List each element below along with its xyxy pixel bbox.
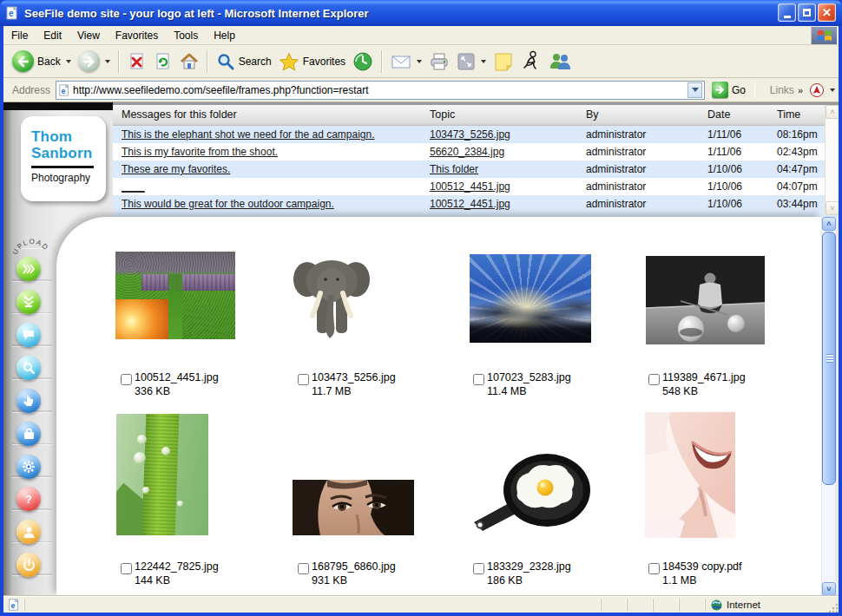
menu-edit[interactable]: Edit bbox=[36, 26, 69, 45]
home-button[interactable] bbox=[176, 50, 202, 73]
file-checkbox[interactable] bbox=[648, 563, 660, 574]
refresh-button[interactable] bbox=[150, 50, 176, 73]
thumbnail-moss-wall[interactable] bbox=[115, 252, 235, 339]
file-checkbox[interactable] bbox=[121, 563, 132, 574]
notes-button[interactable] bbox=[490, 49, 517, 74]
message-link[interactable]: This would be great for the outdoor camp… bbox=[122, 198, 334, 210]
favorites-button[interactable]: Favorites bbox=[275, 50, 349, 73]
title-bar[interactable]: e SeeFile demo site - your logo at left … bbox=[0, 0, 842, 26]
menu-help[interactable]: Help bbox=[206, 26, 243, 45]
address-input[interactable] bbox=[70, 84, 687, 96]
menu-favorites[interactable]: Favorites bbox=[108, 26, 166, 45]
main-area: Thom Sanborn Photography UPLOAD bbox=[3, 102, 839, 596]
logo-rule bbox=[31, 166, 94, 168]
gear-icon bbox=[22, 460, 36, 474]
thumbnail-eyes[interactable] bbox=[293, 480, 414, 535]
logout-button[interactable] bbox=[16, 553, 41, 577]
file-size: 336 KB bbox=[135, 384, 219, 398]
table-row: This is the elephant shot we need for th… bbox=[113, 126, 839, 143]
close-button[interactable]: ✕ bbox=[818, 3, 836, 22]
content-scrollbar[interactable]: ˄ ˅ bbox=[821, 217, 835, 596]
menu-view[interactable]: View bbox=[69, 26, 108, 45]
mail-button[interactable] bbox=[387, 51, 425, 72]
print-button[interactable] bbox=[425, 50, 453, 73]
menu-file[interactable]: File bbox=[3, 26, 36, 45]
forward-dropdown-icon[interactable] bbox=[105, 60, 110, 63]
pointer-button[interactable] bbox=[16, 389, 41, 413]
back-dropdown-icon[interactable] bbox=[66, 60, 71, 63]
table-header: Messages for this folder Topic By Date T… bbox=[113, 105, 839, 126]
message-link[interactable]: ____ bbox=[122, 180, 145, 193]
back-button[interactable]: Back bbox=[9, 49, 75, 74]
table-scrollbar[interactable]: ˄ ˅ bbox=[825, 105, 839, 215]
search-button[interactable]: Search bbox=[213, 50, 275, 73]
table-row: ____ 100512_4451.jpg administrator 1/10/… bbox=[113, 178, 839, 195]
message-time: 02:43pm bbox=[777, 146, 818, 158]
topic-link[interactable]: 103473_5256.jpg bbox=[430, 128, 510, 141]
upload-button[interactable] bbox=[16, 257, 41, 281]
go-button[interactable]: Go bbox=[712, 82, 746, 98]
resize-grip[interactable] bbox=[825, 597, 839, 613]
file-checkbox[interactable] bbox=[121, 374, 132, 385]
file-size: 186 KB bbox=[487, 573, 571, 587]
links-chevron-icon[interactable]: » bbox=[798, 85, 802, 95]
file-checkbox[interactable] bbox=[648, 374, 660, 385]
message-link[interactable]: These are my favorites. bbox=[122, 163, 230, 175]
fullscreen-button[interactable] bbox=[453, 50, 490, 73]
bag-button[interactable] bbox=[16, 422, 41, 446]
fullscreen-dropdown-icon[interactable] bbox=[481, 60, 486, 63]
file-checkbox[interactable] bbox=[298, 563, 309, 574]
minimize-button[interactable] bbox=[778, 3, 796, 22]
table-row: This is my favorite from the shoot. 5662… bbox=[113, 143, 839, 161]
stop-icon bbox=[128, 52, 147, 71]
message-author: administrator bbox=[586, 163, 646, 175]
scroll-down-icon[interactable]: ˅ bbox=[822, 582, 836, 596]
file-size: 11.4 MB bbox=[487, 384, 571, 398]
file-checkbox[interactable] bbox=[473, 374, 484, 385]
search-circle-button[interactable] bbox=[16, 356, 41, 380]
thumbnail-pool-table[interactable] bbox=[646, 256, 765, 344]
message-link[interactable]: This is the elephant shot we need for th… bbox=[122, 128, 375, 141]
logo-line2: Sanborn bbox=[31, 145, 106, 161]
acrobat-button[interactable] bbox=[809, 82, 835, 98]
mail-dropdown-icon[interactable] bbox=[417, 60, 422, 63]
message-time: 04:07pm bbox=[777, 180, 818, 193]
comment-button[interactable] bbox=[16, 323, 41, 347]
pointer-icon bbox=[23, 395, 35, 408]
help-button[interactable]: ? bbox=[16, 487, 41, 511]
account-button[interactable] bbox=[16, 520, 41, 544]
thumbnail-smile-portrait[interactable] bbox=[645, 412, 735, 538]
thumb-art bbox=[646, 256, 765, 344]
thumb-art bbox=[141, 274, 235, 291]
topic-link[interactable]: 100512_4451.jpg bbox=[430, 180, 510, 193]
download-button[interactable] bbox=[16, 290, 41, 314]
thumbnail-green-stem[interactable] bbox=[116, 414, 208, 535]
message-link[interactable]: This is my favorite from the shoot. bbox=[122, 146, 278, 158]
links-label[interactable]: Links bbox=[770, 84, 794, 96]
table-scroll-down-icon[interactable]: ˅ bbox=[826, 201, 839, 215]
history-button[interactable] bbox=[349, 49, 377, 74]
file-checkbox[interactable] bbox=[298, 374, 309, 385]
topic-link[interactable]: 100512_4451.jpg bbox=[430, 198, 510, 210]
topic-link[interactable]: This folder bbox=[430, 163, 478, 175]
table-rows: This is the elephant shot we need for th… bbox=[113, 126, 839, 213]
thumbnail-sunset-sky[interactable] bbox=[470, 254, 591, 343]
maximize-button[interactable] bbox=[798, 3, 816, 22]
status-cell bbox=[653, 599, 679, 612]
table-scroll-up-icon[interactable]: ˄ bbox=[826, 105, 839, 119]
menu-tools[interactable]: Tools bbox=[166, 26, 206, 45]
upload-arc-label: UPLOAD bbox=[13, 233, 51, 257]
stop-button[interactable] bbox=[124, 50, 150, 73]
scroll-up-icon[interactable]: ˄ bbox=[822, 217, 836, 231]
thumbnail-elephant[interactable] bbox=[288, 250, 375, 342]
settings-button[interactable] bbox=[16, 455, 41, 479]
topic-link[interactable]: 56620_2384.jpg bbox=[430, 146, 504, 158]
thumbnail-frying-pan[interactable] bbox=[467, 449, 595, 533]
file-checkbox[interactable] bbox=[473, 563, 484, 574]
aim-button[interactable] bbox=[517, 49, 545, 75]
messenger-button[interactable] bbox=[545, 49, 575, 74]
acrobat-dropdown-icon[interactable] bbox=[830, 88, 835, 92]
address-dropdown-button[interactable] bbox=[687, 82, 702, 98]
forward-button[interactable] bbox=[75, 49, 114, 74]
scrollbar-thumb[interactable] bbox=[822, 232, 836, 485]
